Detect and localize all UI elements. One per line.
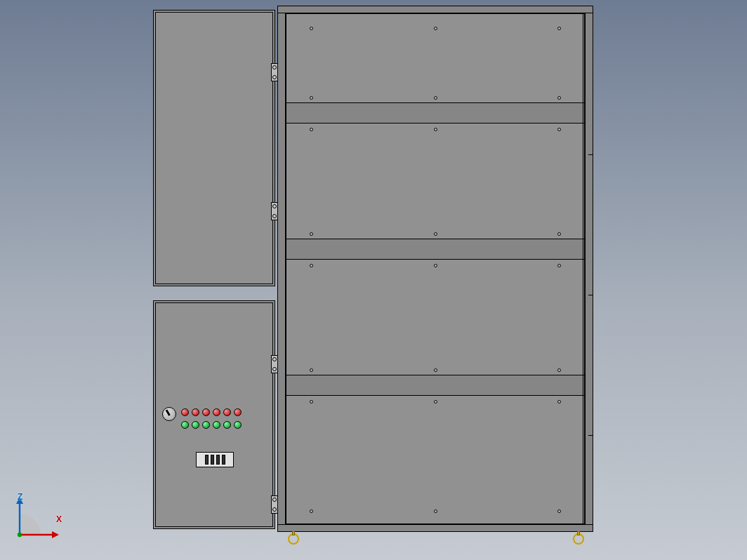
lifting-shackle-right xyxy=(573,533,584,545)
hinge-3 xyxy=(271,355,278,373)
cabinet-rail-2 xyxy=(286,239,585,260)
axis-x-label: X xyxy=(56,515,62,524)
main-cabinet-left-stile xyxy=(277,6,286,532)
hole xyxy=(310,232,313,236)
indicator-lamp-red-2 xyxy=(192,408,199,416)
cabinet-rail-3 xyxy=(286,375,585,396)
right-edge-seam xyxy=(583,13,583,524)
hole xyxy=(310,27,313,30)
hole xyxy=(557,128,561,131)
hinge-1 xyxy=(271,63,278,81)
cad-viewport[interactable]: X Z xyxy=(0,0,747,560)
hole xyxy=(434,232,437,236)
hole xyxy=(310,264,313,267)
indicator-lamp-red-3 xyxy=(202,408,210,416)
hole xyxy=(434,509,437,513)
indicator-lamp-green-4 xyxy=(213,421,220,429)
hole xyxy=(557,264,561,267)
cabinet-rail-1 xyxy=(286,102,585,124)
hole xyxy=(434,128,437,131)
hole xyxy=(434,400,437,404)
hinge-4 xyxy=(271,495,278,514)
hole xyxy=(310,368,313,372)
main-cabinet-right-stile xyxy=(585,6,593,532)
hole xyxy=(310,400,313,404)
lifting-shackle-left xyxy=(288,533,299,545)
hinge-2 xyxy=(271,202,278,220)
right-notch-3 xyxy=(588,435,593,436)
axis-z-label: Z xyxy=(18,493,22,501)
hole xyxy=(557,400,561,404)
main-cabinet-face xyxy=(286,13,585,524)
breaker-strip xyxy=(205,455,225,465)
breaker-frame xyxy=(196,452,234,467)
hole xyxy=(557,96,561,100)
hole xyxy=(557,368,561,372)
indicator-lamp-green-2 xyxy=(192,421,199,429)
hole xyxy=(310,509,313,513)
hole xyxy=(434,264,437,267)
indicator-lamp-green-1 xyxy=(181,421,189,429)
breaker-3[interactable] xyxy=(216,455,220,465)
svg-point-4 xyxy=(18,533,22,537)
hole xyxy=(434,96,437,100)
indicator-lamp-red-6 xyxy=(234,408,242,416)
side-door-top xyxy=(153,10,275,286)
indicator-lamp-red-1 xyxy=(181,408,189,416)
hole xyxy=(434,27,437,30)
breaker-2[interactable] xyxy=(211,455,214,465)
indicator-lamp-green-3 xyxy=(202,421,210,429)
hole xyxy=(557,232,561,236)
hole xyxy=(557,509,561,513)
hole xyxy=(557,27,561,30)
indicator-lamp-green-5 xyxy=(223,421,231,429)
breaker-1[interactable] xyxy=(205,455,209,465)
breaker-4[interactable] xyxy=(222,455,225,465)
axis-triad[interactable]: X Z xyxy=(15,495,59,539)
indicator-lamp-green-6 xyxy=(234,421,242,429)
hole xyxy=(310,96,313,100)
hole xyxy=(310,128,313,131)
right-notch-1 xyxy=(588,154,593,155)
svg-marker-1 xyxy=(52,531,59,538)
indicator-lamp-red-4 xyxy=(213,408,220,416)
main-cabinet-top-rail xyxy=(277,6,593,13)
hole xyxy=(434,368,437,372)
rotary-selector[interactable] xyxy=(162,407,176,421)
right-notch-2 xyxy=(588,295,593,295)
svg-marker-3 xyxy=(16,497,23,504)
main-cabinet-bottom-rail xyxy=(277,524,593,532)
indicator-lamp-red-5 xyxy=(223,408,231,416)
